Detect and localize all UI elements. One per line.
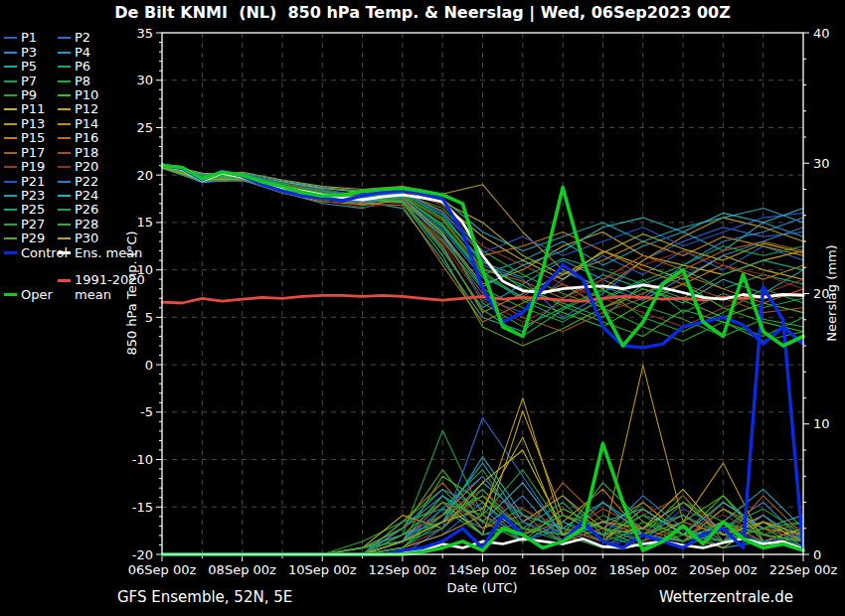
legend-swatch bbox=[4, 123, 17, 125]
legend-item-P3: P3 bbox=[4, 46, 58, 60]
meteogram-page: De Bilt KNMI (NL) 850 hPa Temp. & Neersl… bbox=[0, 0, 845, 616]
legend-item-P4: P4 bbox=[58, 46, 90, 60]
legend-item-P23: P23 bbox=[4, 189, 58, 203]
legend-item-P14: P14 bbox=[58, 117, 98, 131]
left-tick-label: 0 bbox=[145, 358, 153, 373]
legend-row: P15P16 bbox=[4, 131, 163, 145]
legend-label: P30 bbox=[75, 231, 98, 245]
legend-swatch bbox=[58, 108, 71, 110]
legend-label: P24 bbox=[75, 189, 98, 203]
legend-swatch bbox=[4, 237, 17, 239]
x-tick-label: 14Sep 00z bbox=[448, 562, 517, 577]
legend-label: P19 bbox=[21, 160, 45, 174]
legend-item-Oper: Oper bbox=[4, 288, 58, 302]
legend-item-P10: P10 bbox=[58, 88, 98, 102]
legend-row: P19P20 bbox=[4, 160, 163, 174]
legend-swatch bbox=[4, 137, 17, 139]
legend-label: P13 bbox=[21, 117, 45, 131]
legend-swatch bbox=[4, 166, 17, 168]
legend-item-P1: P1 bbox=[4, 31, 58, 45]
legend-label: P12 bbox=[75, 102, 98, 116]
legend-swatch bbox=[58, 224, 71, 226]
legend-label: P4 bbox=[75, 46, 90, 60]
right-tick-label: 30 bbox=[813, 156, 830, 171]
legend-swatch bbox=[4, 80, 17, 82]
legend-swatch bbox=[58, 66, 71, 68]
left-tick-label: 5 bbox=[145, 310, 153, 325]
legend-label: P2 bbox=[75, 31, 90, 45]
legend-label: P11 bbox=[21, 102, 45, 116]
legend-swatch bbox=[4, 66, 17, 68]
legend-label: P15 bbox=[21, 131, 45, 145]
legend-swatch bbox=[58, 37, 71, 39]
footer-model-info: GFS Ensemble, 52N, 5E bbox=[117, 588, 292, 606]
x-tick-label: 08Sep 00z bbox=[208, 562, 276, 577]
legend-swatch bbox=[58, 209, 71, 211]
left-tick-label: -10 bbox=[132, 452, 153, 467]
footer-watermark: Wetterzentrale.de bbox=[606, 588, 793, 606]
legend-swatch bbox=[58, 80, 71, 82]
legend-label: P6 bbox=[75, 60, 90, 74]
legend-item-P9: P9 bbox=[4, 88, 58, 102]
legend-swatch bbox=[4, 37, 17, 39]
legend-label: P22 bbox=[75, 175, 98, 189]
left-tick-label: -5 bbox=[140, 404, 153, 419]
y-axis-label-left: 850 hPa Temp. (°C) bbox=[124, 204, 142, 383]
legend-swatch bbox=[4, 52, 17, 54]
x-tick-label: 12Sep 00z bbox=[369, 562, 437, 577]
legend-swatch bbox=[58, 152, 71, 154]
legend-item-P15: P15 bbox=[4, 131, 58, 145]
legend-label: mean bbox=[75, 288, 111, 302]
legend-swatch bbox=[58, 279, 71, 282]
legend-item-P25: P25 bbox=[4, 203, 58, 217]
x-tick-label: 18Sep 00z bbox=[608, 562, 677, 577]
right-tick-label: 40 bbox=[813, 26, 830, 41]
legend-item-P8: P8 bbox=[58, 75, 90, 88]
legend-item-P27: P27 bbox=[4, 218, 58, 231]
x-tick-label: 06Sep 00z bbox=[128, 562, 197, 577]
legend-swatch bbox=[4, 152, 17, 154]
legend-swatch bbox=[4, 181, 17, 183]
legend-swatch bbox=[58, 94, 71, 96]
legend-label: P18 bbox=[75, 146, 98, 160]
legend-item-P11: P11 bbox=[4, 102, 58, 116]
legend-item-P19: P19 bbox=[4, 160, 58, 174]
right-tick-label: 0 bbox=[813, 547, 821, 562]
x-tick-label: 20Sep 00z bbox=[689, 562, 758, 577]
legend-swatch bbox=[4, 251, 17, 254]
legend-swatch bbox=[58, 137, 71, 139]
legend-swatch bbox=[4, 94, 17, 96]
legend-item-P7: P7 bbox=[4, 75, 58, 88]
legend-item-Control: Control bbox=[4, 246, 58, 260]
legend-label: P26 bbox=[75, 203, 98, 217]
legend-item-P20: P20 bbox=[58, 160, 98, 174]
legend-item-P21: P21 bbox=[4, 175, 58, 189]
legend-row: P1P2 bbox=[4, 31, 163, 45]
legend-item-P28: P28 bbox=[58, 218, 98, 231]
legend-swatch bbox=[58, 166, 71, 168]
legend-item-P5: P5 bbox=[4, 60, 58, 74]
x-axis-label: Date (UTC) bbox=[383, 580, 582, 595]
legend-swatch bbox=[58, 181, 71, 183]
legend-item-P12: P12 bbox=[58, 102, 98, 116]
legend-label: P3 bbox=[21, 46, 37, 60]
legend-item-P26: P26 bbox=[58, 203, 98, 217]
right-tick-label: 10 bbox=[813, 416, 830, 431]
legend-label: P21 bbox=[21, 175, 45, 189]
x-tick-label: 22Sep 00z bbox=[769, 562, 838, 577]
legend-label: P5 bbox=[21, 60, 37, 74]
legend-label: P10 bbox=[75, 88, 98, 102]
legend-item-mean: mean bbox=[58, 288, 111, 302]
legend-label: P1 bbox=[21, 31, 37, 45]
legend-swatch bbox=[4, 224, 17, 226]
legend-label: P14 bbox=[75, 117, 98, 131]
legend-label: P23 bbox=[21, 189, 45, 203]
legend-item-P29: P29 bbox=[4, 231, 58, 245]
legend-row: P5P6 bbox=[4, 60, 163, 74]
legend-item-P22: P22 bbox=[58, 175, 98, 189]
legend-label: P27 bbox=[21, 218, 45, 231]
legend-row: P13P14 bbox=[4, 117, 163, 131]
legend-item-P2: P2 bbox=[58, 31, 90, 45]
legend-row: P3P4 bbox=[4, 45, 163, 59]
legend-item-P6: P6 bbox=[58, 60, 90, 74]
